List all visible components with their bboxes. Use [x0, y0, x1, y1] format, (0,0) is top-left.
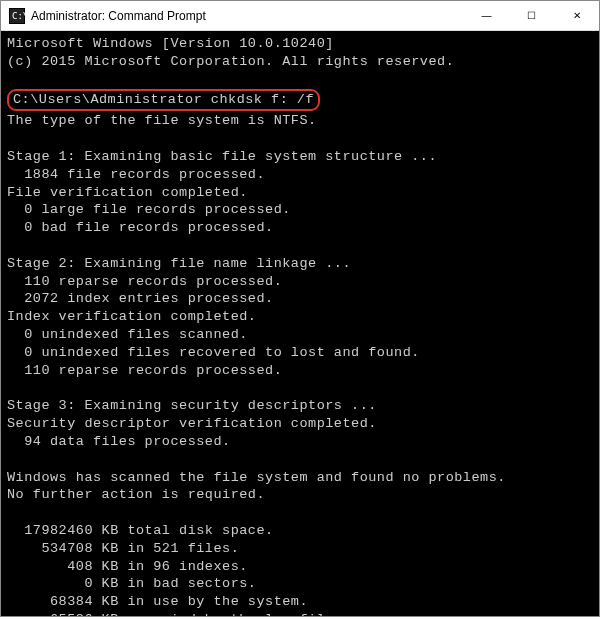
minimize-button[interactable]: —: [464, 1, 509, 30]
output-line: 110 reparse records processed.: [7, 274, 282, 289]
output-line: 65536 KB occupied by the log file.: [7, 612, 342, 616]
output-line: File verification completed.: [7, 185, 248, 200]
output-line: Index verification completed.: [7, 309, 256, 324]
output-line: Stage 3: Examining security descriptors …: [7, 398, 377, 413]
output-line: (c) 2015 Microsoft Corporation. All righ…: [7, 54, 454, 69]
output-line: 94 data files processed.: [7, 434, 231, 449]
close-icon: ✕: [573, 10, 581, 21]
highlighted-command: C:\Users\Administrator chkdsk f: /f: [7, 89, 320, 111]
maximize-button[interactable]: ☐: [509, 1, 554, 30]
output-line: 0 KB in bad sectors.: [7, 576, 256, 591]
output-line: Stage 2: Examining file name linkage ...: [7, 256, 351, 271]
output-line: Stage 1: Examining basic file system str…: [7, 149, 437, 164]
close-button[interactable]: ✕: [554, 1, 599, 30]
output-line: 0 unindexed files recovered to lost and …: [7, 345, 420, 360]
output-line: 0 large file records processed.: [7, 202, 291, 217]
output-line: Security descriptor verification complet…: [7, 416, 377, 431]
output-line: 0 bad file records processed.: [7, 220, 274, 235]
output-line: 2072 index entries processed.: [7, 291, 274, 306]
output-line: 17982460 KB total disk space.: [7, 523, 274, 538]
output-line: Windows has scanned the file system and …: [7, 470, 506, 485]
terminal-output[interactable]: Microsoft Windows [Version 10.0.10240] (…: [1, 31, 599, 616]
output-line: 68384 KB in use by the system.: [7, 594, 308, 609]
cmd-window: C:\ Administrator: Command Prompt — ☐ ✕ …: [0, 0, 600, 617]
svg-text:C:\: C:\: [12, 11, 25, 21]
cmd-icon: C:\: [9, 8, 25, 24]
output-line: The type of the file system is NTFS.: [7, 113, 317, 128]
window-controls: — ☐ ✕: [464, 1, 599, 30]
maximize-icon: ☐: [527, 10, 536, 21]
output-line: Microsoft Windows [Version 10.0.10240]: [7, 36, 334, 51]
output-line: 1884 file records processed.: [7, 167, 265, 182]
output-line: 110 reparse records processed.: [7, 363, 282, 378]
window-title: Administrator: Command Prompt: [31, 9, 464, 23]
output-line: 534708 KB in 521 files.: [7, 541, 239, 556]
minimize-icon: —: [482, 10, 492, 21]
titlebar[interactable]: C:\ Administrator: Command Prompt — ☐ ✕: [1, 1, 599, 31]
output-line: 408 KB in 96 indexes.: [7, 559, 248, 574]
output-line: No further action is required.: [7, 487, 265, 502]
output-line: 0 unindexed files scanned.: [7, 327, 248, 342]
